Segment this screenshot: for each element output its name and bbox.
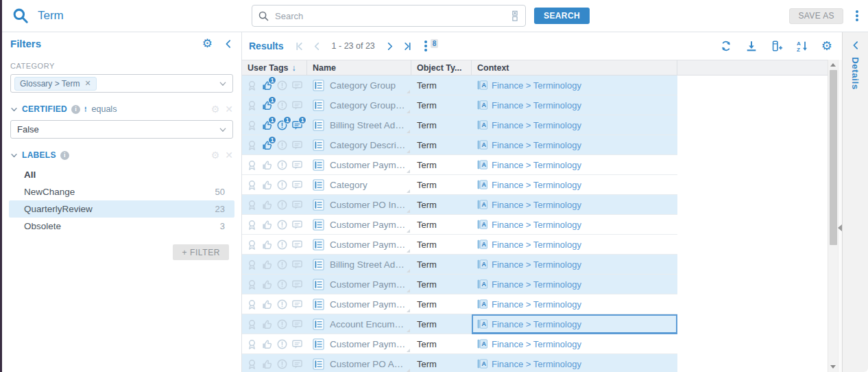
table-row[interactable]: 1Category Group Nu...TermAFinance > Term… (242, 95, 828, 115)
table-row[interactable]: Customer Payment ...TermAFinance > Termi… (242, 275, 828, 294)
table-row[interactable]: Billing Street Addre...TermAFinance > Te… (242, 255, 828, 275)
comment-icon[interactable] (291, 318, 303, 330)
certify-ribbon-icon[interactable] (246, 139, 258, 151)
add-column-icon[interactable] (771, 40, 783, 52)
asset-name-link[interactable]: Customer Payment ... (330, 160, 406, 170)
column-header-context[interactable]: Context (472, 60, 677, 75)
context-breadcrumb-link[interactable]: Finance > Terminology (492, 259, 581, 270)
asset-name-link[interactable]: Customer Payment ... (330, 299, 406, 310)
context-breadcrumb-link[interactable]: Finance > Terminology (492, 299, 581, 310)
certified-section-collapse-icon[interactable] (10, 106, 18, 113)
labels-info-icon[interactable]: i (60, 151, 69, 160)
search-button[interactable]: SEARCH (534, 8, 590, 24)
comment-icon[interactable] (291, 100, 303, 111)
asset-name-link[interactable]: Account Encumber... (330, 319, 406, 329)
certify-ribbon-icon[interactable] (246, 119, 258, 131)
comment-icon[interactable] (291, 139, 303, 151)
labels-settings-gear-icon[interactable]: ⚙ (211, 150, 220, 161)
table-row[interactable]: Customer Payment ...TermAFinance > Termi… (242, 215, 828, 235)
column-header-name[interactable]: Name (307, 60, 411, 75)
category-filter-select[interactable]: Glossary > Term ✕ (10, 74, 233, 93)
endorse-thumbs-up-icon[interactable] (261, 358, 273, 370)
labels-section-collapse-icon[interactable] (10, 152, 18, 159)
endorse-thumbs-up-icon[interactable] (261, 259, 273, 270)
table-row[interactable]: Customer Payment ...TermAFinance > Termi… (242, 235, 828, 255)
context-breadcrumb-link[interactable]: Finance > Terminology (492, 240, 581, 250)
comment-icon[interactable] (291, 199, 303, 211)
certified-dropdown-chevron-icon[interactable] (219, 126, 227, 134)
labels-remove-icon[interactable]: ✕ (225, 150, 233, 161)
label-filter-item[interactable]: QuarterlyReview23 (9, 200, 234, 218)
table-row[interactable]: CategoryTermAFinance > Terminology (242, 175, 828, 195)
endorse-thumbs-up-icon[interactable] (261, 318, 273, 330)
refresh-icon[interactable] (720, 40, 732, 52)
asset-name-link[interactable]: Customer Payment ... (330, 279, 406, 290)
endorse-thumbs-up-icon[interactable] (261, 279, 273, 290)
issue-alert-icon[interactable] (276, 199, 288, 211)
asset-name-link[interactable]: Customer Payment ... (330, 220, 406, 230)
comment-icon[interactable] (291, 358, 303, 370)
issue-alert-icon[interactable]: 1 (276, 119, 288, 131)
context-cell[interactable]: AFinance > Terminology (472, 115, 677, 135)
asset-name-link[interactable]: Category (330, 180, 367, 190)
scroll-up-icon[interactable] (830, 63, 836, 67)
issue-alert-icon[interactable] (276, 358, 288, 370)
table-row[interactable]: 1Category DescriptionTermAFinance > Term… (242, 135, 828, 155)
issue-alert-icon[interactable] (276, 318, 288, 330)
context-cell[interactable]: AFinance > Terminology (472, 175, 677, 195)
comment-icon[interactable]: 1 (291, 119, 303, 131)
label-filter-item[interactable]: All (9, 166, 234, 183)
issue-alert-icon[interactable] (276, 100, 288, 111)
context-breadcrumb-link[interactable]: Finance > Terminology (492, 200, 581, 210)
search-options-icon[interactable] (510, 10, 520, 21)
asset-name-link[interactable]: Customer Payment ... (330, 339, 406, 349)
asset-name-link[interactable]: Billing Street Addre... (330, 259, 406, 270)
issue-alert-icon[interactable] (276, 179, 288, 191)
certified-value-select[interactable]: False (10, 120, 233, 139)
context-breadcrumb-link[interactable]: Finance > Terminology (492, 80, 581, 91)
issue-alert-icon[interactable] (276, 80, 288, 91)
asset-name-link[interactable]: Category Group (330, 80, 396, 91)
endorse-thumbs-up-icon[interactable] (261, 239, 273, 251)
table-row[interactable]: Customer PO AmountTermAFinance > Termino… (242, 354, 828, 372)
certify-ribbon-icon[interactable] (246, 279, 258, 290)
context-cell[interactable]: AFinance > Terminology (472, 255, 677, 275)
context-cell[interactable]: AFinance > Terminology (472, 215, 677, 235)
certify-ribbon-icon[interactable] (246, 239, 258, 251)
details-tab[interactable]: Details (850, 57, 860, 90)
open-details-chevron-icon[interactable] (851, 40, 860, 50)
context-breadcrumb-link[interactable]: Finance > Terminology (492, 100, 581, 111)
save-as-button[interactable]: SAVE AS (789, 8, 843, 24)
context-cell[interactable]: AFinance > Terminology (472, 135, 677, 155)
context-cell[interactable]: AFinance > Terminology (472, 75, 677, 95)
endorse-thumbs-up-icon[interactable]: 1 (261, 100, 273, 111)
certify-ribbon-icon[interactable] (246, 318, 258, 330)
download-icon[interactable] (745, 40, 758, 52)
results-kebab-icon[interactable] (422, 39, 430, 53)
certified-settings-gear-icon[interactable]: ⚙ (211, 104, 220, 115)
remove-category-chip-icon[interactable]: ✕ (84, 79, 91, 88)
category-dropdown-chevron-icon[interactable] (219, 80, 227, 88)
table-row[interactable]: 111Billing Street Addre...TermAFinance >… (242, 115, 828, 135)
certify-ribbon-icon[interactable] (246, 358, 258, 370)
comment-icon[interactable] (291, 239, 303, 251)
filters-settings-gear-icon[interactable]: ⚙ (202, 38, 213, 49)
first-page-icon[interactable] (295, 41, 305, 51)
prev-page-icon[interactable] (312, 41, 322, 51)
comment-icon[interactable] (291, 299, 303, 310)
comment-icon[interactable] (291, 80, 303, 91)
endorse-thumbs-up-icon[interactable]: 1 (261, 119, 273, 131)
context-breadcrumb-link[interactable]: Finance > Terminology (492, 359, 581, 369)
next-page-icon[interactable] (385, 41, 395, 51)
context-breadcrumb-link[interactable]: Finance > Terminology (492, 319, 581, 329)
context-breadcrumb-link[interactable]: Finance > Terminology (492, 339, 581, 349)
issue-alert-icon[interactable] (276, 239, 288, 251)
issue-alert-icon[interactable] (276, 219, 288, 231)
context-breadcrumb-link[interactable]: Finance > Terminology (492, 220, 581, 230)
issue-alert-icon[interactable] (276, 279, 288, 290)
asset-name-link[interactable]: Customer PO Invoic... (330, 200, 406, 210)
context-cell[interactable]: AFinance > Terminology (472, 275, 677, 294)
context-cell[interactable]: AFinance > Terminology (472, 235, 677, 255)
label-filter-item[interactable]: NewChange50 (9, 183, 234, 200)
vertical-scrollbar[interactable] (828, 60, 838, 372)
